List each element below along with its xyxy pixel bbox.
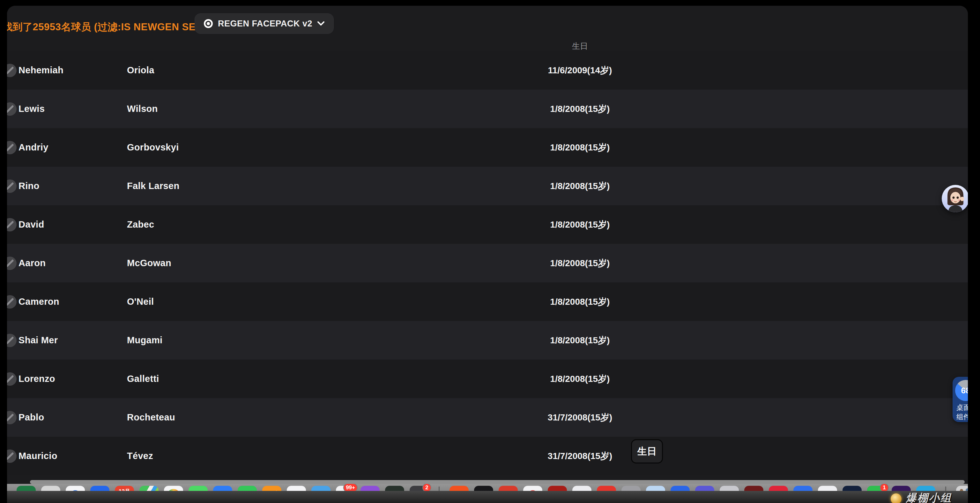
player-first-name: Andriy — [19, 128, 48, 167]
player-table: Nehemiah Oriola 11/6/2009(14岁) Lewis Wil… — [7, 51, 968, 475]
birthday-column-header[interactable]: 生日 — [551, 41, 609, 51]
edit-icon — [7, 449, 17, 463]
girl-avatar-icon — [942, 185, 968, 212]
player-first-name: David — [19, 205, 44, 244]
player-last-name: O'Neil — [127, 282, 154, 321]
player-last-name: Wilson — [127, 90, 158, 128]
player-last-name: Mugami — [127, 321, 162, 360]
table-row[interactable]: David Zabec 1/8/2008(15岁) — [7, 205, 968, 244]
player-last-name: Rocheteau — [127, 398, 175, 437]
table-row[interactable]: Pablo Rocheteau 31/7/2008(15岁) — [7, 398, 968, 437]
table-row[interactable]: Rino Falk Larsen 1/8/2008(15岁) — [7, 167, 968, 205]
player-last-name: McGowan — [127, 244, 171, 282]
edit-icon — [7, 218, 17, 232]
storage-gauge: 68 — [955, 380, 968, 401]
player-last-name: Oriola — [127, 51, 154, 90]
player-birthday: 1/8/2008(15岁) — [532, 205, 628, 244]
gauge-value: 68 — [961, 386, 968, 395]
player-birthday: 1/8/2008(15岁) — [532, 360, 628, 398]
edit-icon — [7, 257, 17, 270]
player-last-name: Galletti — [127, 360, 159, 398]
table-row[interactable]: Aaron McGowan 1/8/2008(15岁) — [7, 244, 968, 282]
edit-icon — [7, 179, 17, 193]
player-first-name: Lewis — [19, 90, 45, 128]
desktop-widget[interactable]: 68 桌面 组件 — [953, 377, 968, 422]
player-first-name: Rino — [19, 167, 40, 205]
table-row[interactable]: Shai Mer Mugami 1/8/2008(15岁) — [7, 321, 968, 360]
table-row[interactable]: Andriy Gorbovskyi 1/8/2008(15岁) — [7, 128, 968, 167]
watermark: 爆棚小组 — [891, 491, 952, 503]
birthday-tooltip: 生日 — [631, 439, 663, 463]
dock-shelf-overlay — [7, 491, 968, 503]
edit-icon — [7, 64, 17, 77]
table-row[interactable]: Nehemiah Oriola 11/6/2009(14岁) — [7, 51, 968, 90]
horizontal-scrollbar[interactable] — [30, 480, 965, 484]
watermark-text: 爆棚小组 — [906, 491, 952, 503]
top-bar: 找到了25953名球员 (过滤:IS NEWGEN SEARC...) REGE… — [7, 6, 968, 36]
edit-icon — [7, 141, 17, 154]
edit-icon — [7, 372, 17, 386]
facepack-dropdown-label: REGEN FACEPACK v2 — [218, 19, 312, 29]
player-first-name: Aaron — [19, 244, 46, 282]
eye-icon — [204, 19, 213, 28]
player-first-name: Shai Mer — [19, 321, 58, 360]
player-first-name: Lorenzo — [19, 360, 55, 398]
player-birthday: 1/8/2008(15岁) — [532, 282, 628, 321]
player-last-name: Tévez — [127, 437, 153, 475]
birthday-tooltip-text: 生日 — [637, 445, 657, 458]
assistant-avatar[interactable] — [942, 185, 968, 212]
player-birthday: 1/8/2008(15岁) — [532, 167, 628, 205]
player-birthday: 31/7/2008(15岁) — [532, 437, 628, 475]
player-first-name: Mauricio — [19, 437, 57, 475]
player-first-name: Cameron — [19, 282, 59, 321]
player-last-name: Gorbovskyi — [127, 128, 179, 167]
player-birthday: 1/8/2008(15岁) — [532, 321, 628, 360]
player-first-name: Pablo — [19, 398, 44, 437]
edit-icon — [7, 102, 17, 116]
player-last-name: Falk Larsen — [127, 167, 180, 205]
table-row[interactable]: Lorenzo Galletti 1/8/2008(15岁) — [7, 360, 968, 398]
player-first-name: Nehemiah — [19, 51, 64, 90]
player-birthday: 11/6/2009(14岁) — [532, 51, 628, 90]
player-birthday: 1/8/2008(15岁) — [532, 90, 628, 128]
player-last-name: Zabec — [127, 205, 154, 244]
table-row[interactable]: Mauricio Tévez 31/7/2008(15岁) — [7, 437, 968, 475]
edit-icon — [7, 411, 17, 424]
app-window: 找到了25953名球员 (过滤:IS NEWGEN SEARC...) REGE… — [7, 6, 968, 503]
player-birthday: 31/7/2008(15岁) — [532, 398, 628, 437]
facepack-dropdown-button[interactable]: REGEN FACEPACK v2 — [195, 13, 334, 34]
player-birthday: 1/8/2008(15岁) — [532, 244, 628, 282]
table-row[interactable]: Cameron O'Neil 1/8/2008(15岁) — [7, 282, 968, 321]
player-birthday: 1/8/2008(15岁) — [532, 128, 628, 167]
watermark-logo-icon — [891, 493, 902, 503]
edit-icon — [7, 295, 17, 309]
edit-icon — [7, 334, 17, 347]
chevron-down-icon — [317, 21, 325, 26]
widget-label: 桌面 组件 — [956, 403, 968, 421]
table-row[interactable]: Lewis Wilson 1/8/2008(15岁) — [7, 90, 968, 128]
